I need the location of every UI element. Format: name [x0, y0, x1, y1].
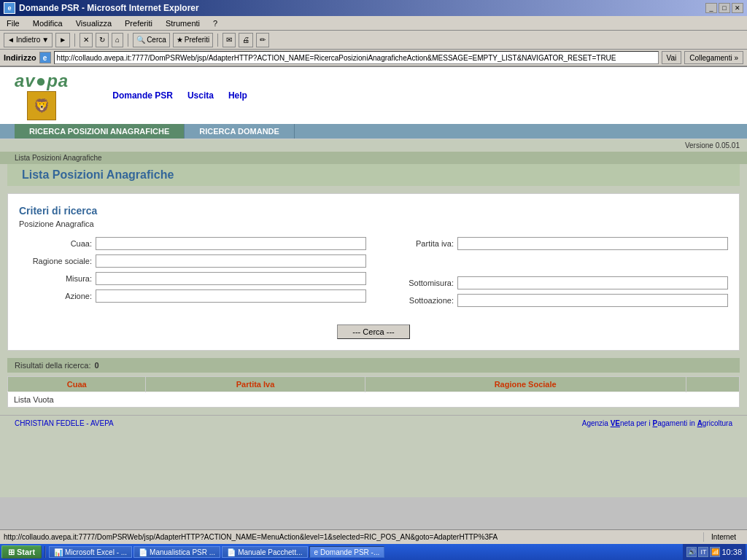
title-bar: e Domande PSR - Microsoft Internet Explo… — [0, 0, 747, 16]
misura-label: Misura: — [19, 274, 92, 283]
azione-input[interactable] — [96, 289, 366, 303]
forward-icon: ► — [59, 36, 66, 44]
back-icon: ◄ — [7, 36, 15, 44]
cerca-button[interactable]: --- Cerca --- — [337, 324, 409, 339]
page-footer: CHRISTIAN FEDELE - AVEPA Agenzia VEneta … — [0, 415, 747, 431]
window-title: Domande PSR - Microsoft Internet Explore… — [19, 3, 199, 13]
tab-ricerca-posizioni[interactable]: RICERCA POSIZIONI ANAGRAFICHE — [15, 124, 185, 139]
ragione-sociale-label: Ragione sociale: — [19, 257, 92, 265]
sottomisura-row: Sottomisura: — [381, 276, 728, 289]
breadcrumb: Lista Posizioni Anagrafiche — [0, 152, 747, 164]
azione-label: Azione: — [19, 292, 92, 300]
refresh-button[interactable]: ↻ — [96, 33, 109, 47]
azione-row: Azione: — [19, 289, 366, 303]
nav-help[interactable]: Help — [228, 90, 247, 101]
empty-message: Lista Vuota — [8, 392, 740, 408]
col-extra — [686, 377, 739, 392]
forward-button[interactable]: ► — [55, 33, 70, 47]
stop-button[interactable]: ✕ — [80, 33, 93, 47]
menu-modifica[interactable]: Modifica — [30, 18, 66, 28]
nav-links: Domande PSR Uscita Help — [112, 90, 247, 101]
toolbar: ◄ Indietro ▼ ► ✕ ↻ ⌂ 🔍 Cerca ★ Preferiti… — [0, 31, 747, 50]
ragione-sociale-row: Ragione sociale: — [19, 254, 366, 268]
minimize-button[interactable]: _ — [705, 3, 717, 13]
menu-visualizza[interactable]: Visualizza — [73, 18, 115, 28]
results-label: Risultati della ricerca: — [15, 361, 91, 370]
search-btn-container: --- Cerca --- — [19, 317, 728, 339]
footer-right: Agenzia VEneta per i Pagamenti in Agrico… — [582, 419, 732, 427]
sottoazione-row: Sottoazione: — [381, 294, 728, 307]
sottomisura-label: Sottomisura: — [381, 279, 454, 287]
home-icon: ⌂ — [115, 36, 120, 44]
sep3 — [217, 34, 218, 47]
app-header: av●pa 🦁 Domande PSR Uscita Help RICERCA … — [0, 67, 747, 139]
refresh-icon: ↻ — [99, 36, 105, 44]
form-subtitle: Posizione Anagrafica — [19, 219, 728, 228]
form-fields: Cuaa: Ragione sociale: Misura: Azione: — [19, 237, 728, 311]
maximize-button[interactable]: □ — [719, 3, 730, 13]
sep2 — [128, 34, 128, 47]
table-body: Lista Vuota — [8, 392, 740, 408]
results-table: Cuaa Partita Iva Ragione Sociale Lista V… — [7, 376, 740, 408]
cuaa-input[interactable] — [96, 237, 366, 250]
partita-iva-input[interactable] — [457, 237, 728, 250]
cuaa-label: Cuaa: — [19, 239, 92, 248]
misura-input[interactable] — [96, 272, 366, 285]
address-label: Indirizzo — [4, 53, 36, 62]
nav-uscita[interactable]: Uscita — [187, 90, 214, 101]
results-count: 0 — [95, 361, 99, 370]
content-area: Versione 0.05.01 Lista Posizioni Anagraf… — [0, 139, 747, 431]
page-title: Lista Posizioni Anagrafiche — [22, 168, 174, 181]
search-form: Criteri di ricerca Posizione Anagrafica … — [7, 193, 740, 351]
menu-bar: File Modifica Visualizza Preferiti Strum… — [0, 16, 747, 31]
col-ragione-sociale: Ragione Sociale — [365, 377, 686, 392]
close-button[interactable]: ✕ — [732, 3, 743, 13]
nav-domande-psr[interactable]: Domande PSR — [112, 90, 173, 101]
menu-file[interactable]: File — [4, 18, 23, 28]
misura-row: Misura: — [19, 272, 366, 285]
edit-icon: ✏ — [260, 36, 266, 44]
search-button[interactable]: 🔍 Cerca — [133, 33, 170, 47]
sep1 — [74, 34, 75, 47]
menu-help[interactable]: ? — [210, 18, 220, 28]
favorites-button[interactable]: ★ Preferiti — [173, 33, 213, 47]
col-partita-iva: Partita Iva — [146, 377, 365, 392]
col-cuaa: Cuaa — [8, 377, 146, 392]
version-text: Versione 0.05.01 — [685, 141, 740, 149]
version-bar: Versione 0.05.01 — [0, 139, 747, 152]
mail-button[interactable]: ✉ — [222, 33, 236, 47]
table-header: Cuaa Partita Iva Ragione Sociale — [8, 377, 740, 392]
sottoazione-label: Sottoazione: — [381, 296, 454, 305]
edit-button[interactable]: ✏ — [256, 33, 269, 47]
go-button[interactable]: Vai — [662, 51, 682, 64]
stop-icon: ✕ — [83, 36, 89, 44]
window-controls[interactable]: _ □ ✕ — [705, 3, 743, 13]
main-content: av●pa 🦁 Domande PSR Uscita Help RICERCA … — [0, 67, 747, 497]
mail-icon: ✉ — [226, 36, 232, 44]
partita-iva-label: Partita iva: — [381, 239, 454, 248]
table-header-row: Cuaa Partita Iva Ragione Sociale — [8, 377, 740, 392]
cuaa-row: Cuaa: — [19, 237, 366, 250]
star-icon: ★ — [177, 36, 183, 44]
tab-bar: RICERCA POSIZIONI ANAGRAFICHE RICERCA DO… — [0, 124, 747, 139]
sottoazione-input[interactable] — [457, 294, 728, 307]
ragione-sociale-input[interactable] — [96, 254, 366, 268]
page-title-bar: Lista Posizioni Anagrafiche — [7, 164, 740, 186]
footer-left: CHRISTIAN FEDELE - AVEPA — [15, 419, 114, 427]
links-button[interactable]: Collegamenti » — [684, 51, 743, 64]
print-button[interactable]: 🖨 — [239, 33, 253, 47]
menu-preferiti[interactable]: Preferiti — [122, 18, 155, 28]
print-icon: 🖨 — [242, 36, 249, 44]
sottomisura-input[interactable] — [457, 276, 728, 289]
tab-ricerca-domande[interactable]: RICERCA DOMANDE — [185, 124, 295, 139]
address-bar: Indirizzo e Vai Collegamenti » — [0, 50, 747, 67]
home-button[interactable]: ⌂ — [112, 33, 123, 47]
menu-strumenti[interactable]: Strumenti — [163, 18, 203, 28]
partita-iva-row: Partita iva: — [381, 237, 728, 250]
form-title: Criteri di ricerca — [19, 205, 728, 217]
spacer-row — [381, 254, 728, 272]
table-row: Lista Vuota — [8, 392, 740, 408]
back-button[interactable]: ◄ Indietro ▼ — [4, 33, 53, 47]
app-nav: av●pa 🦁 Domande PSR Uscita Help — [0, 67, 747, 124]
address-input[interactable] — [54, 51, 659, 64]
